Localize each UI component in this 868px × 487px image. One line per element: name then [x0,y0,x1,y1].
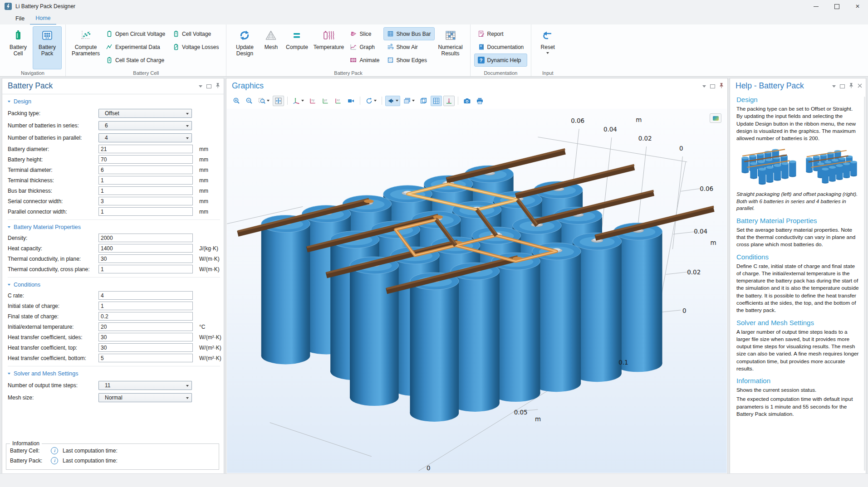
panel-menu-icon[interactable] [199,85,202,88]
rotate-icon [365,97,373,105]
section-design-header[interactable]: Design [8,96,220,107]
settings-panel: Battery Pack Design Packing type: Offset… [2,78,224,474]
plot-thumbnail-icon[interactable] [710,113,721,123]
cell-voltage-icon [172,30,179,37]
axis-tick-label: 0.02 [687,269,701,276]
grid-button[interactable] [431,96,442,106]
close-icon[interactable] [858,83,862,89]
mesh-size-select[interactable]: Normal [98,393,192,402]
parallel-connector-width-input[interactable] [98,207,193,216]
view-xy-button[interactable]: xy [307,96,319,106]
show-bus-bar-button[interactable]: Show Bus Bar [383,27,435,40]
perspective-button[interactable] [345,96,357,106]
show-air-button[interactable]: Show Air [383,40,435,54]
animate-button[interactable]: Animate [346,54,383,67]
close-button[interactable]: ✕ [847,0,868,13]
heat-transfer-top-input[interactable] [98,343,193,352]
heat-transfer-bottom-input[interactable] [98,354,193,362]
scene-light-button[interactable] [385,96,400,106]
cell-state-of-charge-button[interactable]: Cell State of Charge [102,54,169,67]
section-material-header[interactable]: Battery Material Properties [8,222,220,233]
terminal-diameter-input[interactable] [98,166,193,174]
panel-pin-icon[interactable] [719,83,724,90]
scrollbar[interactable] [864,97,865,471]
info-row-battery-cell: Battery Cell: i Last computation time: [10,446,215,456]
heat-transfer-sides-input[interactable] [98,333,193,341]
zoom-in-button[interactable] [231,96,242,106]
graphics-canvas[interactable]: 0.06 0.04 0.02 0 m 0.06 0.04 m 0.02 0 0.… [227,109,727,473]
numerical-results-button[interactable]: Numerical Results [435,26,466,69]
panel-float-icon[interactable] [840,84,845,88]
field-row: Mesh size: Normal [8,391,220,404]
zoom-extents-button[interactable] [273,96,284,106]
svg-text:xy: xy [311,98,315,102]
update-design-button[interactable]: Update Design [230,26,259,69]
print-button[interactable] [474,96,485,106]
battery-diameter-input[interactable] [98,145,193,153]
axis-tick-label: 0.05 [514,409,528,416]
reset-dropdown-icon[interactable] [546,52,549,54]
zoom-box-button[interactable] [256,96,271,106]
dynamic-help-button[interactable]: ? Dynamic Help [474,54,528,67]
show-edges-button[interactable]: Show Edges [383,54,435,67]
field-row: Battery height: mm [8,154,220,165]
compute-button[interactable]: Compute [283,26,311,69]
battery-pack-button[interactable]: Battery Pack [33,26,62,69]
compute-parameters-button[interactable]: Compute Parameters [69,26,102,69]
battery-height-input[interactable] [98,155,193,164]
field-row: Density: [8,233,220,243]
maximize-button[interactable] [826,0,847,13]
bounding-box-button[interactable] [418,96,429,106]
minimize-button[interactable] [805,0,826,13]
temperature-button[interactable]: Temperature [311,26,346,69]
thermal-conductivity-in-plane-input[interactable] [98,254,193,263]
batteries-in-series-select[interactable]: 6 [98,121,192,130]
svg-text:yz: yz [324,98,328,102]
experimental-data-button[interactable]: Experimental Data [102,40,169,54]
battery-cell-button[interactable]: Battery Cell [4,26,33,69]
output-time-steps-select[interactable]: 11 [98,381,192,390]
terminal-thickness-input[interactable] [98,176,193,185]
default-view-button[interactable] [291,96,306,106]
axis-unit-label: m [535,416,541,423]
voltage-losses-button[interactable]: Voltage Losses [169,40,222,54]
panel-menu-icon[interactable] [832,85,836,88]
report-button[interactable]: Report [474,27,528,40]
initial-external-temperature-input[interactable] [98,322,193,331]
heat-capacity-input[interactable] [98,244,193,253]
view-menu-button[interactable] [402,96,417,106]
section-solver-header[interactable]: Solver and Mesh Settings [8,368,220,379]
show-air-icon [387,44,394,50]
offset-pack-image [802,146,860,189]
zoom-out-button[interactable] [244,96,255,106]
panel-menu-icon[interactable] [702,85,706,88]
cell-voltage-button[interactable]: Cell Voltage [169,27,222,40]
initial-state-of-charge-input[interactable] [98,302,193,310]
graph-button[interactable]: Graph [346,40,383,54]
view-xz-button[interactable]: xz [333,96,344,106]
mesh-button[interactable]: Mesh [259,26,283,69]
thermal-conductivity-cross-plane-input[interactable] [98,265,193,273]
menu-home[interactable]: Home [30,12,56,25]
panel-float-icon[interactable] [206,84,211,88]
bus-bar-thickness-input[interactable] [98,186,193,195]
batteries-in-parallel-select[interactable]: 4 [98,133,192,142]
packing-type-select[interactable]: Offset [98,109,192,118]
final-state-of-charge-input[interactable] [98,312,193,321]
view-yz-button[interactable]: yz [320,96,331,106]
section-conditions-header[interactable]: Conditions [8,279,220,290]
c-rate-input[interactable] [98,291,193,300]
panel-pin-icon[interactable] [849,83,853,90]
density-input[interactable] [98,234,193,242]
open-circuit-voltage-button[interactable]: Open Circuit Voltage [102,27,169,40]
documentation-button[interactable]: Documentation [474,40,528,54]
panel-float-icon[interactable] [710,84,715,88]
snapshot-button[interactable] [461,96,473,106]
reset-button[interactable]: Reset [535,26,560,69]
rotate-button[interactable] [363,96,378,106]
view-direction-button[interactable] [443,96,455,106]
menu-file[interactable]: File [10,13,30,24]
slice-button[interactable]: Slice [346,27,383,40]
serial-connector-width-input[interactable] [98,197,193,205]
panel-pin-icon[interactable] [216,83,220,90]
